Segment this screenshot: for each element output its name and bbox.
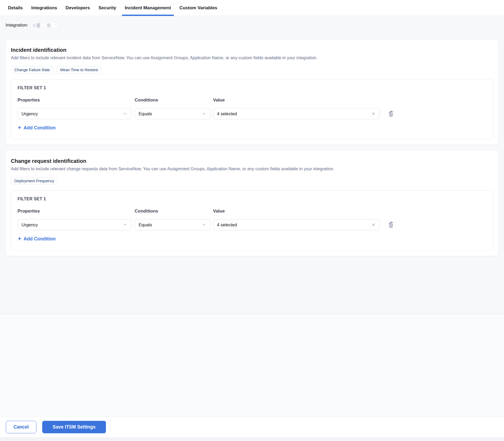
value-select-value: 4 selected [217,222,237,227]
trash-icon [388,110,394,117]
condition-select[interactable]: Equals [135,108,210,119]
property-select-value: Urgency [22,222,38,227]
save-itsm-settings-button[interactable]: Save ITSM Settings [42,421,106,433]
cancel-button[interactable]: Cancel [6,421,36,433]
add-condition-button[interactable]: + Add Condition [18,236,55,242]
card-description: Add filters to include relevant change r… [11,167,493,171]
filter-column-labels: Properties Conditions Value [18,209,486,214]
add-condition-button[interactable]: + Add Condition [18,125,55,131]
value-multiselect[interactable]: 4 selected [213,108,380,119]
integration-value-redacted [30,22,59,29]
chip-change-failure-rate[interactable]: Change Failure Rate [11,66,53,73]
add-condition-label: Add Condition [24,236,56,242]
integration-row: Integration: [6,22,498,29]
value-select-value: 4 selected [217,111,237,116]
incident-identification-card: Incident identification Add filters to i… [6,40,498,145]
add-condition-label: Add Condition [24,125,56,131]
delete-condition-button[interactable] [388,221,394,228]
chevron-down-icon [202,223,206,227]
card-title: Incident identification [11,47,493,53]
conditions-column-label: Conditions [135,97,210,103]
tab-incident-management[interactable]: Incident Management [121,0,175,16]
filter-set-title: FILTER SET 1 [18,197,486,201]
chevron-down-icon [123,223,127,227]
trash-icon [388,221,394,228]
properties-column-label: Properties [18,209,131,214]
change-request-identification-card: Change request identification Add filter… [6,151,498,256]
integration-label: Integration: [6,23,28,28]
delete-condition-button[interactable] [388,110,394,117]
conditions-column-label: Conditions [135,209,210,214]
clear-selection-icon[interactable] [371,222,376,227]
value-column-label: Value [213,97,380,103]
filter-column-labels: Properties Conditions Value [18,97,486,103]
chip-deployment-frequency[interactable]: Deployment Frequency [11,177,58,184]
filter-condition-row: Urgency Equals 4 selected [18,219,486,230]
condition-select[interactable]: Equals [135,219,210,230]
plus-icon: + [18,236,21,242]
property-select[interactable]: Urgency [18,219,131,230]
card-description: Add filters to include relevant incident… [11,56,493,60]
condition-select-value: Equals [139,222,152,227]
properties-column-label: Properties [18,97,131,103]
tab-developers[interactable]: Developers [61,0,94,16]
value-multiselect[interactable]: 4 selected [213,219,380,230]
chevron-down-icon [202,112,206,116]
empty-area [0,314,504,417]
metric-chips: Change Failure Rate Mean Time to Restore [11,66,493,73]
plus-icon: + [18,125,21,131]
tab-content-panel: Integration: Incident identification Add… [0,16,504,314]
tab-details[interactable]: Details [4,0,27,16]
card-title: Change request identification [11,158,493,164]
property-select[interactable]: Urgency [18,108,131,119]
filter-set: FILTER SET 1 Properties Conditions Value… [11,190,493,251]
tab-security[interactable]: Security [94,0,121,16]
filter-set-title: FILTER SET 1 [18,86,486,90]
tab-integrations[interactable]: Integrations [27,0,61,16]
chip-mean-time-to-restore[interactable]: Mean Time to Restore [57,66,102,73]
metric-chips: Deployment Frequency [11,177,493,184]
filter-set: FILTER SET 1 Properties Conditions Value… [11,79,493,139]
property-select-value: Urgency [22,111,38,116]
value-column-label: Value [213,209,380,214]
tab-bar: Details Integrations Developers Security… [0,0,504,16]
filter-condition-row: Urgency Equals 4 selected [18,108,486,119]
chevron-down-icon [123,112,127,116]
tab-custom-variables[interactable]: Custom Variables [175,0,222,16]
clear-selection-icon[interactable] [371,111,376,116]
action-footer: Cancel Save ITSM Settings [0,417,504,437]
bottom-strip [0,437,504,441]
condition-select-value: Equals [139,111,152,116]
